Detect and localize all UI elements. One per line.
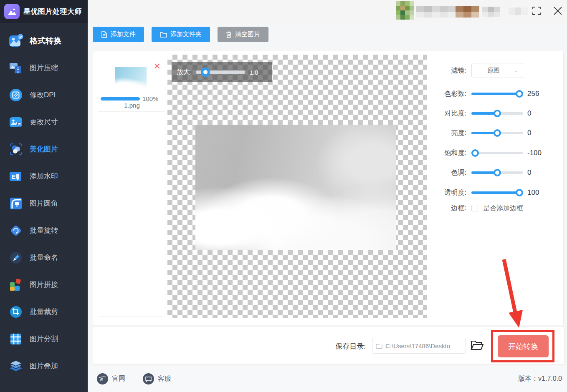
brightness-slider[interactable] — [471, 129, 523, 137]
sidebar-item-resize[interactable]: 更改尺寸 — [0, 108, 88, 136]
contrast-slider[interactable] — [471, 110, 523, 117]
watermark-icon: E — [8, 169, 23, 184]
contrast-value: 0 — [527, 109, 557, 118]
slider-thumb[interactable] — [494, 129, 501, 137]
brightness-row: 亮度: 0 — [427, 126, 562, 141]
zoom-slider-thumb[interactable] — [201, 68, 210, 77]
batch-rename-icon — [8, 250, 23, 265]
close-icon[interactable] — [552, 5, 563, 16]
slider-thumb[interactable] — [494, 169, 501, 176]
preview-image — [195, 125, 396, 250]
sidebar-item-collage[interactable]: 图片拼接 — [0, 271, 88, 298]
sidebar-item-label: 修改DPI — [30, 90, 56, 100]
border-row: 边框: 是否添加边框 — [427, 201, 562, 216]
folder-icon — [160, 31, 167, 38]
footer: e 官网 客服 版本：v1.7.0.0 — [88, 365, 567, 392]
sidebar-item-dpi[interactable]: 修改DPI — [0, 81, 88, 108]
sidebar-item-batch-crop[interactable]: 批量裁剪 — [0, 298, 88, 325]
sidebar-item-batch-rename[interactable]: 批量命名 — [0, 244, 88, 271]
file-icon — [101, 31, 107, 38]
sidebar-item-label: 批量命名 — [30, 253, 58, 262]
sidebar-item-label: 批量旋转 — [30, 226, 58, 235]
opacity-slider[interactable] — [471, 189, 523, 196]
svg-text:E: E — [12, 173, 15, 180]
brightness-label: 亮度: — [427, 129, 471, 138]
sidebar-item-label: 更改尺寸 — [30, 117, 58, 127]
censored-blocks — [482, 7, 500, 17]
file-progress-text: 100% — [142, 95, 158, 102]
sidebar-item-overlay[interactable]: 图片叠加 — [0, 352, 88, 379]
filter-dropdown[interactable]: 原图 ⌄ — [471, 63, 523, 78]
version-text: 版本：v1.7.0.0 — [518, 374, 562, 383]
sidebar-item-watermark[interactable]: E 添加水印 — [0, 163, 88, 190]
sidebar-item-label: 图片分割 — [30, 334, 58, 344]
preview-canvas[interactable]: 放大: 1.0 — [167, 55, 427, 318]
sidebar-item-label: 图片圆角 — [30, 199, 58, 208]
zoom-slider[interactable] — [196, 70, 245, 74]
content-card: ✕ 100% 1.png 放大: 1.0 滤镜: 原图 ⌄ 色彩数: — [93, 51, 564, 325]
beautify-icon — [8, 142, 23, 157]
titlebar — [88, 0, 567, 23]
clear-images-button[interactable]: 清空图片 — [218, 27, 268, 42]
support-link[interactable]: 客服 — [143, 373, 171, 384]
saturation-slider[interactable] — [471, 149, 523, 157]
maximize-icon[interactable] — [532, 7, 541, 15]
batch-crop-icon — [8, 304, 23, 319]
sidebar-item-compress[interactable]: 图片压缩 — [0, 54, 88, 81]
slider-thumb[interactable] — [471, 149, 479, 157]
slider-thumb[interactable] — [516, 189, 523, 196]
border-checkbox[interactable] — [471, 205, 478, 211]
start-convert-button[interactable]: 开始转换 — [498, 335, 549, 357]
brightness-value: 0 — [527, 129, 557, 137]
opacity-row: 透明度: 100 — [427, 185, 562, 200]
zoom-value: 1.0 — [249, 69, 258, 76]
censored-user-avatar — [396, 1, 414, 20]
sidebar-item-label: 图片拼接 — [30, 280, 58, 289]
file-progress-bar — [101, 97, 140, 101]
sidebar-item-label: 图片叠加 — [30, 361, 58, 371]
clear-images-label: 清空图片 — [235, 30, 260, 38]
dpi-icon — [8, 88, 23, 103]
sidebar-item-label: 美化图片 — [30, 144, 58, 154]
saturation-label: 饱和度: — [427, 149, 471, 158]
browse-folder-icon[interactable] — [470, 339, 483, 352]
trash-icon — [226, 31, 232, 38]
resize-icon — [8, 115, 23, 130]
sidebar-item-round-corner[interactable]: 图片圆角 — [0, 190, 88, 217]
sidebar-item-split[interactable]: 图片分割 — [0, 325, 88, 352]
overlay-icon — [8, 359, 23, 374]
slider-thumb[interactable] — [494, 110, 501, 117]
app-title: 星优图片处理大师 — [23, 7, 82, 16]
slider-thumb[interactable] — [516, 90, 523, 98]
add-file-button[interactable]: 添加文件 — [93, 27, 144, 42]
remove-file-icon[interactable]: ✕ — [153, 62, 161, 70]
file-thumbnail — [115, 67, 147, 89]
sidebar-item-beautify[interactable]: 美化图片 — [0, 136, 88, 163]
round-corner-icon — [8, 196, 23, 211]
sidebar-item-format-convert[interactable]: 格式转换 — [0, 27, 88, 54]
save-dir-value: C:\Users\17486\Deskto — [385, 342, 450, 349]
app-logo-row: 星优图片处理大师 — [0, 0, 88, 23]
support-label: 客服 — [158, 374, 171, 383]
website-link[interactable]: e 官网 — [97, 373, 125, 384]
sidebar-menu: 格式转换 图片压缩 修改DPI 更改尺寸 美化图片 — [0, 23, 88, 379]
censored-blocks — [509, 8, 528, 15]
zoom-label: 放大: — [177, 68, 192, 77]
border-label: 边框: — [427, 204, 471, 213]
chevron-down-icon: ⌄ — [514, 68, 519, 73]
sidebar-item-batch-rotate[interactable]: 批量旋转 — [0, 217, 88, 244]
add-file-label: 添加文件 — [111, 30, 136, 38]
format-convert-icon — [8, 33, 23, 48]
split-icon — [8, 332, 23, 347]
hue-slider[interactable] — [471, 169, 523, 176]
file-list-item[interactable]: ✕ 100% 1.png — [98, 59, 165, 112]
color-count-slider[interactable] — [471, 90, 523, 98]
file-list-panel: ✕ 100% 1.png — [98, 59, 165, 317]
sidebar-item-label: 批量裁剪 — [30, 307, 58, 317]
app-logo-icon — [4, 4, 20, 19]
chat-icon — [143, 373, 154, 384]
website-label: 官网 — [112, 374, 125, 383]
add-folder-button[interactable]: 添加文件夹 — [152, 27, 210, 42]
toolbar: 添加文件 添加文件夹 清空图片 — [93, 27, 268, 42]
save-dir-input[interactable]: C:\Users\17486\Deskto — [372, 338, 466, 354]
